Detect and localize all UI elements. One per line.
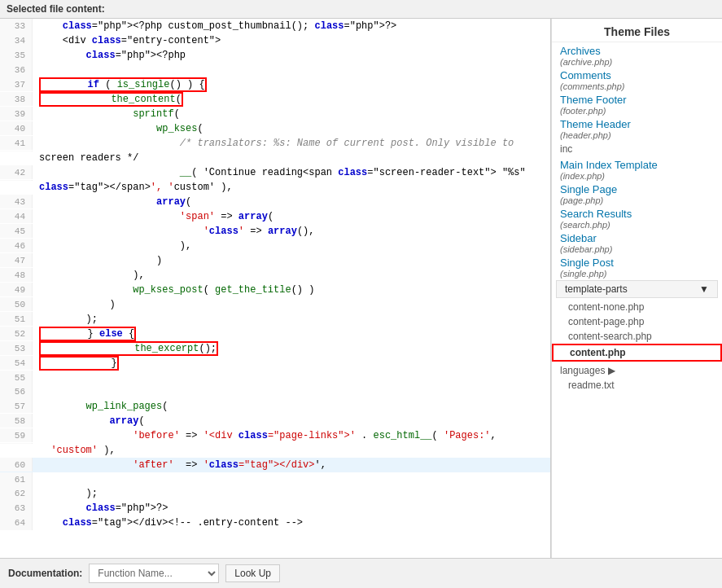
code-line: 38 the_content(: [0, 92, 550, 107]
sidebar-item-sub: (index.php): [560, 171, 714, 181]
line-number: 55: [0, 371, 33, 385]
line-number: 62: [0, 486, 33, 501]
sidebar-item[interactable]: Theme Footer(footer.php): [552, 91, 722, 116]
code-line: 53 the_excerpt();: [0, 341, 550, 356]
line-number: 34: [0, 33, 33, 48]
sidebar-item-label: Single Post: [560, 257, 714, 269]
line-code: the_excerpt();: [33, 341, 550, 356]
code-line: 45 'class' => array(),: [0, 224, 550, 239]
line-number: 45: [0, 224, 33, 239]
sidebar-folder-label: template-parts: [565, 283, 628, 295]
code-line: 41 /* translators: %s: Name of current p…: [0, 136, 550, 151]
line-code: 'after' => 'class="tag"></div>',: [33, 458, 550, 472]
line-number: 51: [0, 312, 33, 327]
code-line: class="tag"></span>', 'custom' ),: [0, 180, 550, 195]
line-number: 59: [0, 428, 33, 443]
line-number: 44: [0, 209, 33, 224]
sidebar-subitem[interactable]: content-page.php: [552, 314, 722, 329]
code-line: 39 sprintf(: [0, 107, 550, 121]
line-number: 40: [0, 121, 33, 136]
line-code: sprintf(: [33, 107, 550, 121]
line-code: class="tag"></div><!-- .entry-content --…: [33, 516, 550, 530]
boxed-code-2: the_excerpt();: [39, 341, 218, 356]
line-code: 'before' => '<div class="page-links">' .…: [33, 428, 550, 443]
sidebar-item[interactable]: Theme Header(header.php): [552, 116, 722, 140]
code-line: 64 class="tag"></div><!-- .entry-content…: [0, 516, 550, 530]
code-line: 62 );: [0, 486, 550, 501]
code-line: 33 class="php"><?php custom_post_thumbna…: [0, 19, 550, 33]
sidebar-item-label: Main Index Template: [560, 159, 714, 171]
sidebar-item-sub: (footer.php): [560, 106, 714, 116]
sidebar-separator: languages ▶: [552, 362, 722, 378]
sidebar-subitem-active[interactable]: content.php: [552, 344, 722, 362]
code-panel: 33 class="php"><?php custom_post_thumbna…: [0, 19, 551, 558]
code-line: 59 'before' => '<div class="page-links">…: [0, 428, 550, 443]
line-number: 43: [0, 195, 33, 209]
line-number: 58: [0, 414, 33, 428]
selected-label: Selected file content:: [7, 3, 105, 15]
sidebar-item[interactable]: Single Page(page.php): [552, 181, 722, 205]
sidebar-subitem[interactable]: content-none.php: [552, 300, 722, 314]
sidebar-item-sub: (single.php): [560, 269, 714, 279]
line-number: 60: [0, 458, 33, 472]
line-number: 63: [0, 501, 33, 516]
sidebar-item-label: Single Page: [560, 183, 714, 195]
doc-label: Documentation:: [8, 568, 82, 579]
code-line: 35 class="php"><?php: [0, 48, 550, 63]
code-line: 58 array(: [0, 414, 550, 428]
sidebar-item-sub: (header.php): [560, 130, 714, 140]
code-line: 34 <div class="entry-content">: [0, 33, 550, 48]
code-line: 51 );: [0, 312, 550, 327]
sidebar-subitem[interactable]: content-search.php: [552, 329, 722, 344]
code-line: 57 wp_link_pages(: [0, 399, 550, 414]
line-code: if ( is_single() ) {: [33, 77, 550, 92]
line-number: 47: [0, 253, 33, 268]
sidebar-item-label: Comments: [560, 69, 714, 81]
line-number: 64: [0, 516, 33, 530]
code-line: 49 wp_kses_post( get_the_title() ): [0, 283, 550, 297]
sidebar-subitem[interactable]: readme.txt: [552, 378, 722, 393]
sidebar-item-label: Archives: [560, 45, 714, 57]
line-code: wp_kses_post( get_the_title() ): [33, 283, 550, 297]
code-line: 52 } else {: [0, 327, 550, 341]
sidebar-item[interactable]: Single Post(single.php): [552, 254, 722, 279]
line-code: class="php">?>: [33, 501, 550, 516]
line-number: 61: [0, 472, 33, 487]
sidebar-title: Theme Files: [552, 19, 722, 42]
line-number: 56: [0, 384, 33, 399]
code-line: 40 wp_kses(: [0, 121, 550, 136]
sidebar-item-label: Search Results: [560, 208, 714, 220]
line-number: 38: [0, 92, 33, 107]
line-number: 33: [0, 19, 33, 33]
sidebar-item[interactable]: Archives(archive.php): [552, 42, 722, 67]
sidebar-item[interactable]: Search Results(search.php): [552, 205, 722, 230]
sidebar-separator: inc: [552, 140, 722, 156]
code-line: 63 class="php">?>: [0, 501, 550, 516]
line-number: 49: [0, 283, 33, 297]
look-up-button[interactable]: Look Up: [225, 564, 280, 582]
line-code: } else {: [33, 327, 550, 341]
code-line: 60 'after' => 'class="tag"></div>',: [0, 458, 550, 472]
line-number: 39: [0, 107, 33, 121]
sidebar-item-label: Sidebar: [560, 232, 714, 244]
sidebar-item[interactable]: Comments(comments.php): [552, 67, 722, 91]
line-number: [0, 180, 33, 181]
sidebar-folder[interactable]: template-parts▼: [556, 280, 718, 298]
line-code: screen readers */: [33, 151, 550, 165]
line-code: );: [33, 486, 550, 501]
line-number: [0, 443, 33, 444]
sidebar-item[interactable]: Main Index Template(index.php): [552, 156, 722, 181]
line-code: __( 'Continue reading<span class="screen…: [33, 165, 550, 180]
sidebar-item[interactable]: Sidebar(sidebar.php): [552, 230, 722, 254]
line-number: 41: [0, 136, 33, 151]
code-line: 61: [0, 472, 550, 487]
line-number: 53: [0, 341, 33, 356]
code-line: 36: [0, 63, 550, 77]
function-name-select[interactable]: Function Name...: [89, 564, 219, 583]
code-line: 56: [0, 384, 550, 399]
line-code: class="php"><?php: [33, 48, 550, 63]
code-line: 43 array(: [0, 195, 550, 209]
theme-files-sidebar: Theme Files Archives(archive.php)Comment…: [551, 19, 722, 558]
boxed-code-2: }: [39, 356, 119, 371]
line-number: 42: [0, 165, 33, 180]
